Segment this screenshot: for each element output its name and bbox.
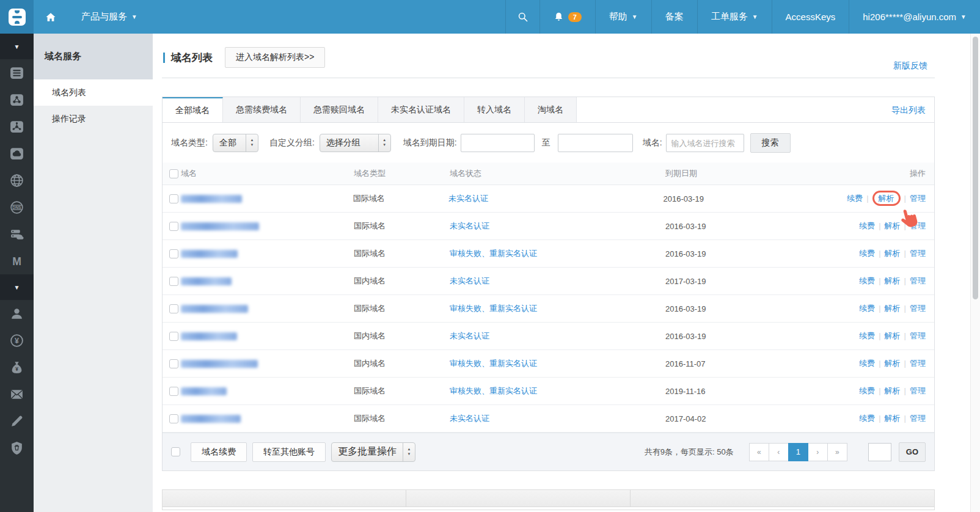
domain-search-input[interactable] [666, 134, 744, 152]
action-2-link[interactable]: 管理 [910, 221, 926, 230]
export-list-link[interactable]: 导出列表 [891, 97, 934, 122]
action-2-link[interactable]: 管理 [910, 249, 926, 258]
row-checkbox[interactable] [169, 222, 178, 231]
action-0-link[interactable]: 续费 [859, 331, 875, 340]
yuan-circle-icon[interactable]: ¥ [0, 327, 34, 354]
domain-status-link[interactable]: 审核失败、重新实名认证 [450, 249, 537, 258]
row-checkbox[interactable] [169, 332, 178, 341]
redacted-domain-name[interactable] [181, 305, 248, 313]
storage-server-icon[interactable] [0, 221, 34, 247]
new-version-feedback-link[interactable]: 新版反馈 [893, 60, 927, 71]
home-button[interactable] [34, 0, 68, 34]
tab-2[interactable]: 急需赎回域名 [301, 97, 378, 122]
pencil-icon[interactable] [0, 408, 34, 434]
footer-select-all-checkbox[interactable] [171, 447, 180, 456]
page-first[interactable]: « [749, 443, 769, 461]
user-icon[interactable] [0, 300, 34, 327]
cloud-sync-icon[interactable] [0, 140, 34, 167]
domain-status-link[interactable]: 审核失败、重新实名认证 [450, 359, 537, 368]
money-bag-icon[interactable]: ¥ [0, 354, 34, 381]
row-checkbox[interactable] [169, 194, 178, 203]
products-menu[interactable]: 产品与服务 ▼ [68, 0, 151, 34]
dns-icon[interactable]: DNS [0, 194, 34, 221]
m-icon[interactable]: M [0, 247, 34, 274]
custom-group-select[interactable]: 选择分组 ▲▼ [320, 134, 391, 152]
action-link-annotated[interactable]: 解析 [872, 191, 901, 206]
action-0-link[interactable]: 续费 [847, 194, 863, 203]
search-button[interactable]: 搜索 [750, 133, 791, 153]
nodes-share-icon[interactable] [0, 113, 34, 140]
action-1-link[interactable]: 解析 [885, 249, 901, 258]
account-menu[interactable]: hi206*****@aliyun.com ▼ [849, 0, 980, 34]
expire-date-from-input[interactable] [461, 134, 535, 152]
page-prev[interactable]: ‹ [769, 443, 789, 461]
redacted-domain-name[interactable] [181, 222, 259, 230]
page-last[interactable]: » [827, 443, 847, 461]
action-2-link[interactable]: 管理 [910, 276, 926, 285]
action-2-link[interactable]: 管理 [910, 304, 926, 313]
row-checkbox[interactable] [169, 277, 178, 286]
action-1-link[interactable]: 解析 [885, 331, 901, 340]
action-2-link[interactable]: 管理 [910, 414, 926, 423]
shield-icon[interactable] [0, 434, 34, 461]
select-all-checkbox[interactable] [169, 169, 178, 178]
tab-3[interactable]: 未实名认证域名 [378, 97, 464, 122]
page-number[interactable]: 1 [788, 443, 808, 461]
action-0-link[interactable]: 续费 [859, 359, 875, 368]
domain-status-link[interactable]: 未实名认证 [450, 331, 489, 340]
tab-1[interactable]: 急需续费域名 [223, 97, 301, 122]
ticket-menu[interactable]: 工单服务 ▼ [697, 0, 772, 34]
tab-4[interactable]: 转入域名 [464, 97, 525, 122]
action-0-link[interactable]: 续费 [859, 386, 875, 395]
domain-status-link[interactable]: 未实名认证 [450, 276, 489, 285]
accesskeys-link[interactable]: AccessKeys [772, 0, 849, 34]
redacted-domain-name[interactable] [181, 332, 237, 340]
mail-icon[interactable] [0, 381, 34, 408]
redacted-domain-name[interactable] [181, 360, 258, 368]
action-0-link[interactable]: 续费 [859, 276, 875, 285]
redacted-domain-name[interactable] [181, 277, 232, 285]
rail-collapse-top[interactable]: ▼ [0, 34, 34, 59]
action-0-link[interactable]: 续费 [859, 221, 875, 230]
scrollbar-thumb[interactable] [973, 37, 978, 299]
more-batch-ops-select[interactable]: 更多批量操作 ▲▼ [331, 442, 415, 462]
rail-collapse-bottom[interactable]: ▼ [0, 274, 34, 300]
domain-status-link[interactable]: 未实名认证 [450, 221, 489, 230]
sidebar-item-0[interactable]: 域名列表 [34, 79, 153, 106]
search-button[interactable] [505, 0, 539, 34]
redacted-domain-name[interactable] [181, 387, 227, 395]
action-1-link[interactable]: 解析 [885, 359, 901, 368]
beian-link[interactable]: 备案 [651, 0, 697, 34]
row-checkbox[interactable] [169, 387, 178, 396]
action-1-link[interactable]: 解析 [885, 276, 901, 285]
tab-5[interactable]: 淘域名 [525, 97, 577, 122]
action-2-link[interactable]: 管理 [910, 331, 926, 340]
redacted-domain-name[interactable] [181, 415, 241, 423]
action-2-link[interactable]: 管理 [910, 359, 926, 368]
enter-dns-list-button[interactable]: 进入域名解析列表>> [225, 47, 325, 68]
domain-status-link[interactable]: 未实名认证 [448, 194, 488, 203]
redacted-domain-name[interactable] [181, 195, 242, 203]
redacted-domain-name[interactable] [181, 250, 238, 258]
row-checkbox[interactable] [169, 304, 178, 313]
domain-status-link[interactable]: 审核失败、重新实名认证 [450, 304, 537, 313]
action-2-link[interactable]: 管理 [910, 194, 926, 203]
action-1-link[interactable]: 解析 [885, 304, 901, 313]
action-2-link[interactable]: 管理 [910, 386, 926, 395]
action-1-link[interactable]: 解析 [885, 221, 901, 230]
page-next[interactable]: › [808, 443, 828, 461]
row-checkbox[interactable] [169, 359, 178, 368]
nodes-triangle-icon[interactable] [0, 86, 34, 113]
action-1-link[interactable]: 解析 [885, 414, 901, 423]
domain-status-link[interactable]: 审核失败、重新实名认证 [450, 386, 537, 395]
globe-icon[interactable] [0, 167, 34, 194]
row-checkbox[interactable] [169, 414, 178, 423]
domain-status-link[interactable]: 未实名认证 [450, 414, 489, 423]
aliyun-logo[interactable] [0, 0, 34, 34]
go-button[interactable]: GO [899, 442, 926, 462]
action-0-link[interactable]: 续费 [859, 249, 875, 258]
sidebar-item-1[interactable]: 操作记录 [34, 106, 153, 132]
server-list-icon[interactable] [0, 59, 34, 86]
renew-batch-button[interactable]: 域名续费 [191, 442, 247, 462]
goto-page-input[interactable] [868, 443, 891, 461]
